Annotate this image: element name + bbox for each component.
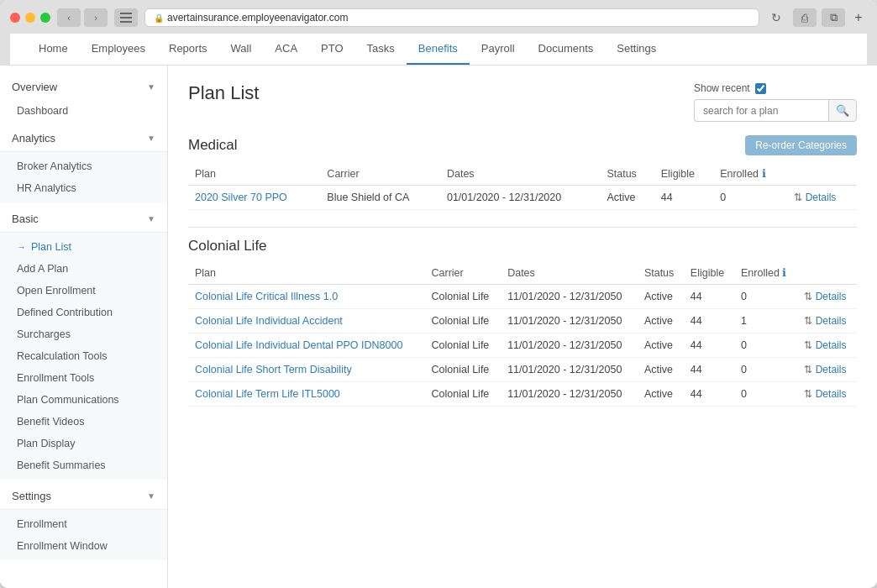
medical-section-header-row: Medical Re-order Categories xyxy=(188,135,857,155)
plan-cell: Colonial Life Individual Accident xyxy=(188,309,425,333)
eligible-cell: 44 xyxy=(684,309,734,333)
plan-link[interactable]: 2020 Silver 70 PPO xyxy=(195,192,287,203)
sidebar-item-recalculation-tools[interactable]: Recalculation Tools xyxy=(0,345,167,367)
sort-icon[interactable]: ⇅ xyxy=(804,339,812,351)
address-bar[interactable]: 🔒 avertainsurance.employeenavigator.com xyxy=(144,8,759,27)
sort-icon[interactable]: ⇅ xyxy=(804,291,812,302)
sort-icon[interactable]: ⇅ xyxy=(804,315,812,327)
sidebar-subsection-analytics: Broker AnalyticsHR Analytics xyxy=(0,151,167,202)
actions-cell: ⇅ Details xyxy=(797,382,857,407)
colonial-section: Colonial Life Plan Carrier Dates Status … xyxy=(188,238,857,407)
sort-icon[interactable]: ⇅ xyxy=(804,364,812,375)
maximize-button[interactable] xyxy=(40,13,50,23)
carrier-cell: Colonial Life xyxy=(425,382,502,407)
enrolled-info-icon-2[interactable]: ℹ xyxy=(782,266,786,279)
sidebar-toggle-button[interactable] xyxy=(114,8,138,27)
medical-table: Plan Carrier Dates Status Eligible Enrol… xyxy=(188,162,857,210)
details-link[interactable]: Details xyxy=(816,339,847,351)
sidebar-item-add-a-plan[interactable]: Add A Plan xyxy=(0,258,167,280)
enrolled-info-icon[interactable]: ℹ xyxy=(762,167,766,180)
top-nav-item-settings[interactable]: Settings xyxy=(605,34,668,65)
search-input[interactable] xyxy=(694,99,828,122)
new-tab-button[interactable]: + xyxy=(850,8,867,27)
col-status: Status xyxy=(600,162,654,186)
eligible-cell: 44 xyxy=(684,382,734,407)
sidebar-item-plan-communications[interactable]: Plan Communications xyxy=(0,389,167,411)
sidebar-section-header-overview[interactable]: Overview▼ xyxy=(0,74,167,100)
dates-cell: 01/01/2020 - 12/31/2020 xyxy=(440,186,600,210)
sidebar-item-defined-contribution[interactable]: Defined Contribution xyxy=(0,302,167,323)
sidebar-section-analytics: Analytics▼Broker AnalyticsHR Analytics xyxy=(0,125,167,202)
top-nav-item-employees[interactable]: Employees xyxy=(80,34,157,65)
search-button[interactable]: 🔍 xyxy=(828,99,857,122)
top-nav-item-aca[interactable]: ACA xyxy=(263,34,309,65)
plan-link[interactable]: Colonial Life Critical Illness 1.0 xyxy=(195,291,338,302)
top-nav-item-payroll[interactable]: Payroll xyxy=(470,34,527,65)
sidebar-item-benefit-summaries[interactable]: Benefit Summaries xyxy=(0,454,167,476)
top-nav-item-reports[interactable]: Reports xyxy=(157,34,219,65)
sidebar-item-broker-analytics[interactable]: Broker Analytics xyxy=(0,155,167,177)
reload-button[interactable]: ↻ xyxy=(766,8,786,27)
new-window-button[interactable]: ⧉ xyxy=(822,8,845,27)
sort-icon[interactable]: ⇅ xyxy=(804,388,812,400)
top-nav-item-tasks[interactable]: Tasks xyxy=(355,34,407,65)
plan-link[interactable]: Colonial Life Individual Accident xyxy=(195,315,343,327)
sidebar-item-surcharges[interactable]: Surcharges xyxy=(0,323,167,345)
sidebar-section-arrow-settings: ▼ xyxy=(147,491,155,501)
reorder-button[interactable]: Re-order Categories xyxy=(745,135,857,155)
sidebar-item-dashboard[interactable]: Dashboard xyxy=(0,100,167,122)
sidebar-item-hr-analytics[interactable]: HR Analytics xyxy=(0,177,167,199)
details-link[interactable]: Details xyxy=(816,315,847,327)
sidebar-section-header-basic[interactable]: Basic▼ xyxy=(0,206,167,232)
sidebar-item-plan-display[interactable]: Plan Display xyxy=(0,433,167,454)
show-recent-checkbox[interactable] xyxy=(755,83,766,94)
details-link[interactable]: Details xyxy=(816,364,847,375)
sidebar-item-enrollment-tools[interactable]: Enrollment Tools xyxy=(0,367,167,389)
top-nav-item-wall[interactable]: Wall xyxy=(219,34,264,65)
details-link[interactable]: Details xyxy=(816,388,847,400)
top-nav-item-benefits[interactable]: Benefits xyxy=(407,34,470,65)
forward-button[interactable]: › xyxy=(84,8,108,27)
plan-link[interactable]: Colonial Life Term Life ITL5000 xyxy=(195,388,340,400)
content-area: Plan List Show recent 🔍 Medical Re-o xyxy=(168,66,877,588)
status-cell: Active xyxy=(638,382,684,407)
details-link[interactable]: Details xyxy=(816,291,847,302)
back-button[interactable]: ‹ xyxy=(57,8,81,27)
close-button[interactable] xyxy=(10,13,20,23)
page-header: Plan List Show recent 🔍 xyxy=(188,82,857,122)
col-actions xyxy=(787,162,857,186)
plan-link[interactable]: Colonial Life Individual Dental PPO IDN8… xyxy=(195,339,402,351)
details-link[interactable]: Details xyxy=(806,192,837,203)
plan-cell: Colonial Life Term Life ITL5000 xyxy=(188,382,425,407)
sidebar-item-benefit-videos[interactable]: Benefit Videos xyxy=(0,411,167,433)
page-title: Plan List xyxy=(188,82,259,104)
svg-rect-1 xyxy=(120,17,132,18)
browser-chrome: ‹ › 🔒 avertainsurance.employeenavigator.… xyxy=(0,0,877,66)
sort-icon[interactable]: ⇅ xyxy=(794,192,802,203)
top-nav-item-pto[interactable]: PTO xyxy=(309,34,355,65)
share-button[interactable]: ⎙ xyxy=(793,8,817,27)
url-text: avertainsurance.employeenavigator.com xyxy=(167,12,348,24)
top-nav-item-documents[interactable]: Documents xyxy=(527,34,606,65)
enrolled-cell: 0 xyxy=(734,333,797,358)
minimize-button[interactable] xyxy=(25,13,35,23)
status-cell: Active xyxy=(638,358,684,382)
dates-cell: 11/01/2020 - 12/31/2050 xyxy=(501,382,638,407)
actions-cell: ⇅ Details xyxy=(797,333,857,358)
top-nav: HomeEmployeesReportsWallACAPTOTasksBenef… xyxy=(10,34,867,66)
plan-cell: Colonial Life Short Term Disability xyxy=(188,358,425,382)
sidebar-section-header-analytics[interactable]: Analytics▼ xyxy=(0,125,167,151)
sidebar-item-plan-list[interactable]: →Plan List xyxy=(0,236,167,258)
dates-cell: 11/01/2020 - 12/31/2050 xyxy=(501,358,638,382)
sidebar-section-header-settings[interactable]: Settings▼ xyxy=(0,483,167,509)
dates-cell: 11/01/2020 - 12/31/2050 xyxy=(501,309,638,333)
sidebar-section-overview: Overview▼Dashboard xyxy=(0,74,167,122)
col-dates: Dates xyxy=(501,261,638,285)
sidebar-item-open-enrollment[interactable]: Open Enrollment xyxy=(0,280,167,302)
sidebar-item-enrollment-window[interactable]: Enrollment Window xyxy=(0,535,167,557)
sidebar-item-enrollment[interactable]: Enrollment xyxy=(0,513,167,535)
colonial-table: Plan Carrier Dates Status Eligible Enrol… xyxy=(188,261,857,407)
top-nav-item-home[interactable]: Home xyxy=(27,34,80,65)
section-divider xyxy=(188,227,857,228)
plan-link[interactable]: Colonial Life Short Term Disability xyxy=(195,364,352,375)
